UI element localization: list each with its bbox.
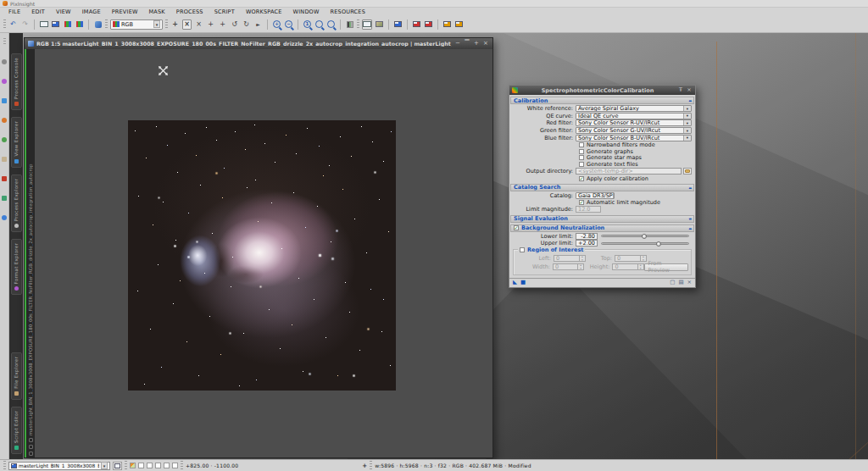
tab-process-console[interactable]: Process Console — [11, 53, 22, 110]
orange-star-icon[interactable] — [2, 118, 7, 123]
shade-icon[interactable]: ▔ — [464, 41, 470, 47]
spinner-arrows[interactable]: ▴▾ — [579, 256, 585, 261]
menu-process[interactable]: PROCESS — [176, 8, 203, 15]
generate-starmaps-checkbox-row[interactable]: Generate star maps — [579, 155, 695, 162]
generate-graphs-checkbox-row[interactable]: Generate graphs — [579, 148, 695, 155]
generate-textfiles-checkbox-row[interactable]: Generate text files — [579, 161, 695, 168]
checkbox-unchecked[interactable] — [520, 247, 525, 252]
roi-height-spinner[interactable]: 0 ▴▾ — [612, 263, 643, 270]
pointer-tool-icon[interactable]: ► — [253, 19, 263, 30]
roi-left-spinner[interactable]: 0 ▴▾ — [554, 255, 586, 262]
section-signal-evaluation[interactable]: Signal Evaluation ▾▾ — [510, 215, 694, 223]
screen-transfer-icon[interactable] — [39, 19, 48, 30]
section-calibration[interactable]: Calibration ▴▴ — [510, 97, 694, 104]
lower-limit-field[interactable]: -2.80 — [576, 233, 598, 240]
tab-view-explorer[interactable]: View Explorer — [11, 117, 22, 168]
statusbar-grip[interactable] — [181, 461, 183, 471]
green-filter-select[interactable]: Sony Color Sensor G-UV/IRcut ▾ — [576, 127, 692, 134]
spinner-arrows[interactable]: ▴▾ — [637, 264, 643, 269]
toolbar-grip[interactable] — [357, 19, 359, 30]
pin-icon[interactable]: Ŧ — [677, 87, 684, 93]
roi-top-spinner[interactable]: 0 ▴▾ — [615, 255, 647, 262]
menu-file[interactable]: FILE — [8, 8, 20, 15]
section-background-neutralization[interactable]: ✓ Background Neutralization ▴▴ — [510, 224, 694, 232]
sidebar-mini-icon[interactable] — [29, 438, 33, 442]
statusbar-grip[interactable] — [125, 461, 127, 471]
red-filter-select[interactable]: Sony Color Sensor R-UV/IRcut ▾ — [576, 119, 692, 126]
mask-cube-icon[interactable] — [93, 19, 103, 30]
spin-down-icon[interactable]: ▾ — [641, 259, 646, 263]
chevron-down-icon[interactable]: ▾ — [683, 128, 691, 133]
checkbox-unchecked[interactable] — [579, 149, 584, 154]
menu-view[interactable]: VIEW — [56, 8, 71, 15]
blue-square-icon[interactable] — [2, 98, 7, 103]
duplicate-view-button[interactable] — [113, 462, 122, 470]
apply-icon[interactable]: ■ — [520, 280, 526, 285]
tan-box-icon[interactable] — [2, 157, 7, 162]
rotate-left-icon[interactable]: ↺ — [230, 19, 239, 30]
rgba-channels-icon[interactable] — [75, 19, 84, 30]
iconize-window-icon[interactable] — [393, 19, 403, 30]
redo-icon[interactable]: ↷ — [20, 19, 30, 30]
open-image-icon[interactable] — [375, 19, 384, 30]
roi-width-spinner[interactable]: 0 ▴▾ — [553, 263, 584, 270]
image-canvas[interactable] — [35, 49, 492, 457]
stf-icon[interactable] — [345, 19, 354, 30]
zoom-fill-icon[interactable] — [326, 19, 336, 30]
gear-icon[interactable] — [2, 59, 7, 64]
drag-mode-icon[interactable]: × — [194, 19, 203, 30]
toolbar-grip[interactable] — [3, 19, 6, 30]
chevron-down-icon[interactable]: ▾ — [683, 120, 691, 125]
view-selector[interactable]: masterLight_BIN_1_3008x3008_EXPOS ▾ — [8, 462, 110, 470]
checkbox-unchecked[interactable] — [579, 142, 584, 147]
zoom-window-icon[interactable]: + — [473, 41, 480, 47]
menu-window[interactable]: WINDOW — [293, 8, 320, 15]
tab-script-editor[interactable]: Script Editor — [11, 407, 22, 454]
spin-down-icon[interactable]: ▾ — [578, 268, 583, 271]
spin-down-icon[interactable]: ▾ — [638, 268, 643, 271]
statusbar-grip[interactable] — [370, 461, 372, 471]
toolbar-grip[interactable] — [105, 19, 108, 30]
white-reference-select[interactable]: Average Spiral Galaxy ▾ — [576, 105, 692, 112]
chevron-down-icon[interactable]: ▾ — [613, 193, 615, 198]
sidebar-mini-icon[interactable] — [29, 452, 33, 456]
auto-limit-checkbox-row[interactable]: ✓ Automatic limit magnitude — [579, 199, 695, 206]
channel-selector[interactable]: RGB ▾ — [110, 19, 163, 30]
section-catalog-search[interactable]: Catalog Search ▴▴ — [510, 184, 694, 191]
upper-limit-slider[interactable] — [601, 242, 689, 245]
blue-filter-select[interactable]: Sony Color Sensor B-UV/IRcut ▾ — [576, 135, 692, 141]
chevron-down-icon[interactable]: ▾ — [683, 114, 691, 119]
menu-script[interactable]: SCRIPT — [214, 8, 235, 15]
close-icon[interactable]: × — [482, 41, 489, 47]
zoom-mode-selected-icon[interactable]: × — [182, 19, 192, 30]
workspace-mode-icon[interactable] — [362, 19, 372, 30]
collapse-icon[interactable]: ▴▴ — [688, 226, 691, 230]
close-all-windows-icon[interactable] — [424, 19, 433, 30]
roi-header[interactable]: Region of Interest — [518, 247, 585, 253]
chevron-down-icon[interactable]: ▾ — [101, 462, 108, 469]
reset-icon[interactable]: × — [687, 280, 692, 285]
narrowband-checkbox-row[interactable]: Narrowband filters mode — [579, 141, 695, 148]
realtime-preview-icon[interactable]: ▢ — [670, 280, 675, 285]
chevron-down-icon[interactable]: ▾ — [683, 106, 691, 111]
output-directory-field[interactable]: <system-temp-dir> — [576, 168, 682, 175]
rgb-channels-icon[interactable] — [63, 19, 72, 30]
lower-limit-slider[interactable] — [601, 235, 689, 237]
purple-dot-icon[interactable] — [2, 79, 7, 84]
blue-target-icon[interactable] — [2, 215, 7, 220]
chevron-down-icon[interactable]: ▾ — [153, 20, 160, 28]
image-window-titlebar[interactable]: RGB 1:5 masterLight_BIN_1_3008x3008_EXPO… — [25, 38, 492, 49]
menu-resources[interactable]: RESOURCES — [331, 8, 365, 15]
catalog-select[interactable]: Gaia DR3/SP ▾ — [576, 192, 615, 199]
spinner-arrows[interactable]: ▴▾ — [577, 264, 583, 269]
slider-thumb[interactable] — [656, 241, 661, 247]
cascade-windows-icon[interactable] — [454, 19, 464, 30]
chevron-down-icon[interactable]: ▾ — [683, 136, 691, 141]
browse-folder-button[interactable] — [683, 168, 692, 175]
zoom-out-icon[interactable]: − — [284, 19, 293, 30]
sidebar-mini-icon[interactable] — [29, 445, 33, 449]
qe-curve-select[interactable]: Ideal QE curve ▾ — [576, 113, 692, 119]
checkbox-unchecked[interactable] — [579, 162, 584, 167]
tab-format-explorer[interactable]: Format Explorer — [11, 239, 22, 296]
apply-color-checkbox-row[interactable]: ✓ Apply color calibration — [579, 175, 695, 182]
